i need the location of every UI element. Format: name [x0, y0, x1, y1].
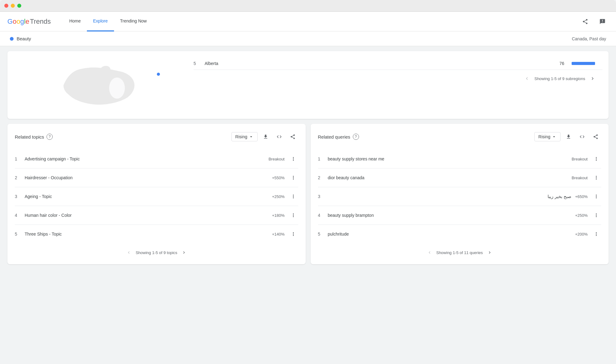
- map-svg: [58, 63, 138, 113]
- row-menu-button[interactable]: [288, 229, 298, 239]
- subregion-row: 5 Alberta 76: [194, 57, 602, 70]
- subheader: Beauty Canada, Past day: [0, 31, 616, 46]
- row-menu-button[interactable]: [288, 192, 298, 201]
- related-queries-title-area: Related queries ?: [318, 134, 359, 140]
- more-vert-icon: [291, 212, 296, 218]
- row-menu-button[interactable]: [288, 154, 298, 164]
- row-menu-button[interactable]: [288, 210, 298, 220]
- related-topics-actions: Rising: [231, 131, 298, 142]
- map-location-dot: [157, 73, 160, 76]
- chevron-right-icon: [487, 250, 492, 255]
- download-icon: [566, 134, 571, 140]
- nav-trending-now[interactable]: Trending Now: [114, 12, 153, 31]
- subregion-pagination: Showing 1-5 of 9 subregions: [194, 70, 602, 87]
- more-vert-icon: [291, 175, 296, 180]
- related-topics-download-button[interactable]: [260, 131, 271, 142]
- share-icon: [582, 18, 588, 25]
- subregion-name: Alberta: [205, 61, 547, 66]
- table-row: 4 beauty supply brampton +250%: [318, 206, 602, 225]
- queries-next-button[interactable]: [485, 248, 494, 257]
- related-queries-title: Related queries: [318, 134, 350, 140]
- related-queries-pagination: Showing 1-5 of 11 queries: [318, 243, 602, 257]
- subregion-score: 76: [552, 61, 564, 66]
- share-icon: [290, 134, 296, 140]
- cards-row: Related topics ? Rising: [7, 124, 609, 264]
- nav-explore[interactable]: Explore: [87, 12, 114, 31]
- more-vert-icon: [291, 231, 296, 237]
- subregion-pagination-label: Showing 1-5 of 9 subregions: [534, 76, 585, 81]
- subregion-prev-button[interactable]: [522, 74, 532, 83]
- related-queries-share-button[interactable]: [590, 131, 601, 142]
- related-queries-header: Related queries ? Rising: [318, 131, 602, 142]
- topics-prev-button[interactable]: [124, 248, 133, 257]
- chevron-left-icon: [427, 250, 432, 255]
- table-row: 2 dior beauty canada Breakout: [318, 168, 602, 187]
- related-queries-embed-button[interactable]: [577, 131, 588, 142]
- minimize-button[interactable]: [11, 4, 15, 8]
- more-vert-icon: [594, 156, 599, 162]
- fullscreen-button[interactable]: [17, 4, 21, 8]
- related-queries-actions: Rising: [534, 131, 601, 142]
- related-topics-card: Related topics ? Rising: [7, 124, 306, 264]
- related-queries-filter-dropdown[interactable]: Rising: [534, 132, 561, 141]
- svg-point-0: [109, 77, 125, 99]
- close-button[interactable]: [4, 4, 8, 8]
- related-queries-card: Related queries ? Rising: [311, 124, 609, 264]
- more-vert-icon: [594, 194, 599, 199]
- row-menu-button[interactable]: [591, 173, 601, 183]
- topics-next-button[interactable]: [180, 248, 188, 257]
- subregion-next-button[interactable]: [588, 74, 598, 83]
- related-topics-header: Related topics ? Rising: [15, 131, 298, 142]
- more-vert-icon: [594, 231, 599, 237]
- top-nav: Google Trends Home Explore Trending Now: [0, 12, 616, 31]
- window-chrome: [0, 0, 616, 12]
- more-vert-icon: [291, 194, 296, 199]
- nav-home[interactable]: Home: [63, 12, 87, 31]
- logo-trends-text: Trends: [30, 18, 51, 26]
- more-vert-icon: [594, 212, 599, 218]
- region-info: Canada, Past day: [572, 36, 606, 41]
- queries-pagination-label: Showing 1-5 of 11 queries: [436, 250, 483, 255]
- more-vert-icon: [291, 156, 296, 162]
- subregions-panel: 5 Alberta 76 Showing 1-5 of 9 subregions: [194, 57, 602, 87]
- table-row: 2 Hairdresser - Occupation +550%: [15, 168, 298, 187]
- table-row: 5 Three Ships - Topic +140%: [15, 225, 298, 243]
- related-topics-embed-button[interactable]: [274, 131, 285, 142]
- map-section: 5 Alberta 76 Showing 1-5 of 9 subregions: [7, 51, 609, 119]
- related-topics-help-icon[interactable]: ?: [47, 134, 53, 140]
- related-topics-title-area: Related topics ?: [15, 134, 53, 140]
- chevron-left-icon: [524, 76, 530, 81]
- subregion-num: 5: [194, 61, 200, 66]
- nav-links: Home Explore Trending Now: [63, 12, 153, 31]
- row-menu-button[interactable]: [591, 229, 601, 239]
- logo-google-text: Google: [7, 18, 29, 26]
- chevron-left-icon: [126, 250, 131, 255]
- table-row: 5 pulchritude +200%: [318, 225, 602, 243]
- related-queries-table: 1 beauty supply stores near me Breakout …: [318, 150, 602, 243]
- table-row: 1 Advertising campaign - Topic Breakout: [15, 150, 298, 168]
- related-queries-download-button[interactable]: [563, 131, 574, 142]
- download-icon: [263, 134, 268, 140]
- queries-prev-button[interactable]: [425, 248, 434, 257]
- subregion-bar-container: [572, 62, 602, 65]
- row-menu-button[interactable]: [591, 192, 601, 201]
- code-icon: [579, 134, 585, 140]
- traffic-lights: [4, 4, 21, 8]
- row-menu-button[interactable]: [591, 154, 601, 164]
- chevron-right-icon: [590, 76, 595, 81]
- subregion-bar: [572, 62, 595, 65]
- table-row: 4 Human hair color - Color +180%: [15, 206, 298, 225]
- related-topics-table: 1 Advertising campaign - Topic Breakout …: [15, 150, 298, 243]
- share-button[interactable]: [579, 15, 591, 28]
- related-topics-share-button[interactable]: [287, 131, 298, 142]
- related-queries-help-icon[interactable]: ?: [353, 134, 359, 140]
- dropdown-chevron-icon: [249, 134, 254, 139]
- row-menu-button[interactable]: [288, 173, 298, 183]
- feedback-button[interactable]: [596, 15, 609, 28]
- feedback-icon: [599, 18, 606, 25]
- row-menu-button[interactable]: [591, 210, 601, 220]
- dropdown-chevron-icon: [552, 134, 557, 139]
- google-trends-logo[interactable]: Google Trends: [7, 18, 51, 26]
- related-topics-filter-dropdown[interactable]: Rising: [231, 132, 258, 141]
- nav-right: [579, 15, 609, 28]
